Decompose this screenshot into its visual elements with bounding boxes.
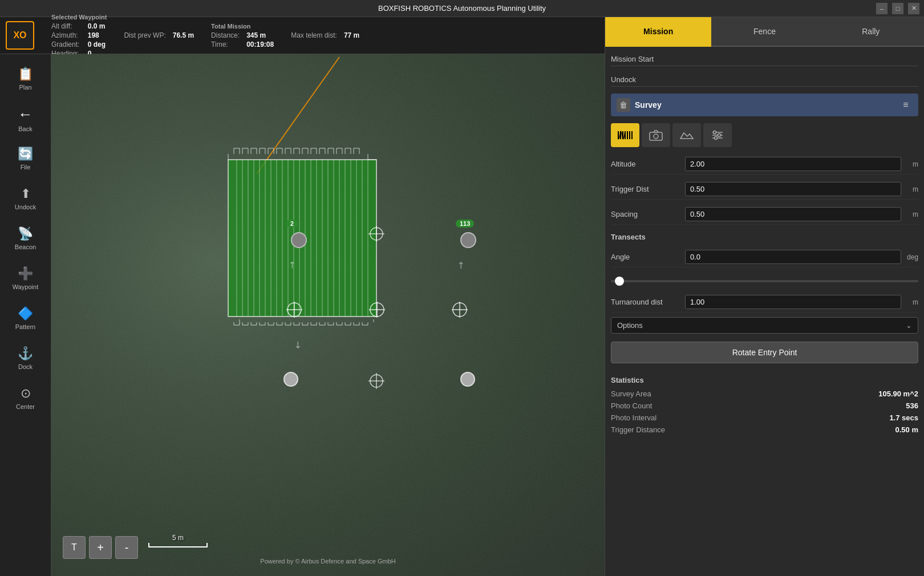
beacon-icon: 📡 [18,226,33,241]
survey-icon-camera[interactable] [642,123,670,147]
window-controls: – □ ✕ [876,3,919,14]
sidebar-label-undock: Undock [15,204,36,210]
turnaround-dist-field-row: Turnaround dist m [611,292,918,313]
sidebar-item-pattern[interactable]: 🔷 Pattern [3,298,48,338]
statistics-section: Statistics Survey Area 105.90 m^2 Photo … [611,371,918,440]
survey-icon-terrain[interactable] [672,123,701,147]
trigger-dist-input[interactable] [685,182,901,196]
scale-bar: 5 m [148,534,208,547]
rotate-entry-point-button[interactable]: Rotate Entry Point [611,342,918,363]
total-mission-grid: Distance: 345 m Time: 00:19:08 [211,31,274,48]
scale-bar-line [149,546,206,547]
angle-slider-container [611,272,918,287]
stat-trigger-distance: Trigger Distance 0.50 m [611,424,918,436]
zoom-out-button[interactable]: - [115,536,138,559]
sidebar-item-beacon[interactable]: 📡 Beacon [3,218,48,258]
survey-menu-button[interactable]: ≡ [899,98,913,112]
sidebar-label-pattern: Pattern [15,323,35,330]
sidebar-label-back: Back [18,125,32,132]
sidebar-label-plan: Plan [19,84,31,91]
angle-input[interactable] [685,250,901,264]
angle-slider[interactable] [611,280,918,282]
sidebar-item-undock[interactable]: ⬆ Undock [3,179,48,218]
turnaround-dist-input[interactable] [685,295,901,309]
stat-photo-interval: Photo Interval 1.7 secs [611,412,918,424]
tab-fence[interactable]: Fence [711,17,817,47]
pattern-icon: 🔷 [18,306,33,321]
corner-handle-bl[interactable] [283,372,298,387]
survey-header: 🗑 Survey ≡ [611,94,918,116]
info-bar: XO Selected Waypoint Alt diff: 0.0 m Azi… [0,17,605,54]
title-bar: BOXFISH ROBOTICS Autonomous Planning Uti… [0,0,924,17]
sidebar-label-center: Center [16,403,35,410]
plan-icon: 📋 [18,67,33,82]
trigger-dist-field-row: Trigger Dist m [611,179,918,200]
corner-handle-br[interactable] [460,372,475,387]
stat-survey-area: Survey Area 105.90 m^2 [611,388,918,400]
waypoint-2-label: 2 [286,220,298,228]
survey-type-icons [611,121,918,149]
maximize-button[interactable]: □ [892,3,903,14]
minimize-button[interactable]: – [876,3,887,14]
app-title: BOXFISH ROBOTICS Autonomous Planning Uti… [378,4,546,13]
survey-icon-settings[interactable] [703,123,732,147]
survey-icon-pattern[interactable] [611,123,639,147]
altitude-input[interactable] [685,157,901,171]
zoom-in-button[interactable]: + [89,536,112,559]
svg-point-48 [714,131,716,134]
svg-rect-43 [650,132,662,140]
t-button[interactable]: T [63,536,86,559]
back-icon: ← [18,106,33,123]
sidebar-toolbar: 📋 Plan ← Back 🔄 File ⬆ Undock 📡 Beacon ➕… [0,54,51,576]
sidebar-label-file: File [21,164,31,171]
options-dropdown[interactable]: Options ⌄ [611,317,918,334]
tab-rally[interactable]: Rally [818,17,924,47]
map-view[interactable]: 2 113 [51,54,605,576]
svg-point-49 [718,134,721,137]
sidebar-item-dock[interactable]: ⚓ Dock [3,338,48,378]
sidebar-item-waypoint[interactable]: ➕ Waypoint [3,258,48,298]
file-icon: 🔄 [18,147,33,161]
scale-bar-right-tick [206,543,208,547]
sidebar-item-plan[interactable]: 📋 Plan [3,59,48,99]
scale-bar-graphic [148,543,208,547]
close-button[interactable]: ✕ [908,3,919,14]
panel-tabs: Mission Fence Rally [605,17,924,47]
center-icon: ⊙ [21,386,31,401]
crosshair-right[interactable] [451,301,469,321]
svg-point-50 [715,137,718,140]
waypoint-icon: ➕ [18,266,33,281]
sidebar-item-back[interactable]: ← Back [3,99,48,139]
sidebar-label-beacon: Beacon [15,244,36,250]
sidebar-label-waypoint: Waypoint [13,283,38,290]
chevron-down-icon: ⌄ [906,321,912,330]
tab-mission[interactable]: Mission [605,17,711,47]
waypoint-113-marker[interactable] [460,232,476,248]
stat-photo-count: Photo Count 536 [611,400,918,412]
dock-icon: ⚓ [18,346,33,361]
svg-point-44 [654,134,658,139]
crosshair-center[interactable] [368,301,386,321]
spacing-input[interactable] [685,207,901,221]
logo: XO [6,21,34,50]
total-mission-section: Total Mission Distance: 345 m Time: 00:1… [211,23,274,48]
undock-icon: ⬆ [21,186,31,201]
sidebar-label-dock: Dock [18,363,33,370]
spacing-field-row: Spacing m [611,204,918,225]
crosshair-bottom[interactable] [368,372,385,391]
dist-prev-wp-section: Dist prev WP: 76.5 m [124,31,194,39]
crosshair-top[interactable] [368,225,385,244]
angle-field-row: Angle deg [611,247,918,267]
crosshair-left[interactable] [285,301,303,321]
right-panel: Mission Fence Rally Mission Start Undock… [605,17,924,576]
survey-delete-button[interactable]: 🗑 [617,98,630,112]
max-telem-grid: Max telem dist: 77 m [291,31,359,39]
sidebar-item-file[interactable]: 🔄 File [3,139,48,179]
sidebar-item-center[interactable]: ⊙ Center [3,378,48,418]
altitude-field-row: Altitude m [611,154,918,175]
map-attribution: Powered by © Airbus Defence and Space Gm… [51,558,605,565]
map-controls: T + - [63,536,138,559]
waypoint-2-marker[interactable] [291,232,307,248]
dist-prev-grid: Dist prev WP: 76.5 m [124,31,194,39]
max-telem-section: Max telem dist: 77 m [291,31,359,39]
